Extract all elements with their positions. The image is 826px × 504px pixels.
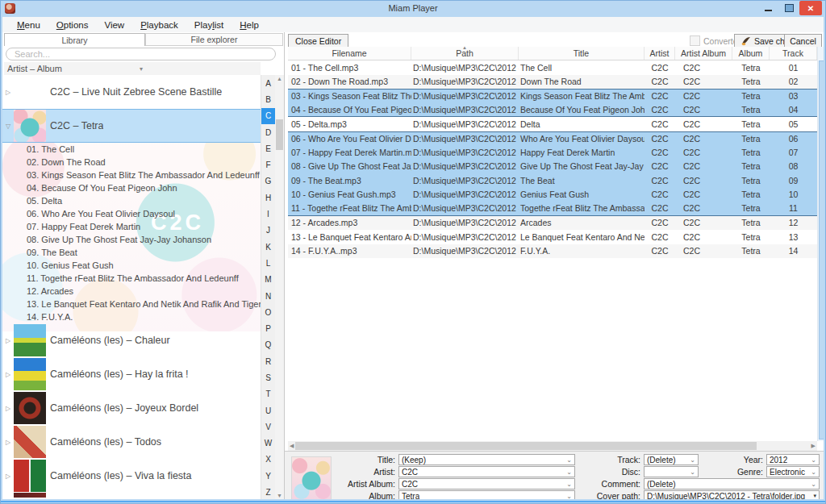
close-editor-button[interactable]: Close Editor: [288, 34, 348, 48]
expand-icon[interactable]: ▷: [2, 371, 14, 378]
genre-combo[interactable]: Electronic⌄: [766, 466, 820, 477]
table-vertical-scrollbar[interactable]: [817, 47, 824, 441]
letter-p[interactable]: P: [261, 320, 275, 336]
letter-m[interactable]: M: [261, 272, 275, 288]
menu-options[interactable]: Options: [48, 20, 97, 30]
track-item[interactable]: 09. The Beat: [2, 246, 261, 259]
maximize-button[interactable]: [778, 1, 799, 15]
search-input[interactable]: [6, 48, 276, 60]
sidebar-scrollbar[interactable]: ▲ ▼: [275, 75, 284, 499]
tab-library[interactable]: Library: [4, 33, 145, 46]
menu-help[interactable]: Help: [232, 20, 267, 30]
letter-r[interactable]: R: [261, 353, 275, 369]
scroll-right-icon[interactable]: ▶: [811, 443, 816, 449]
track-item[interactable]: 13. Le Banquet Feat Kentaro And Netik An…: [2, 298, 261, 310]
expand-icon[interactable]: ▷: [2, 473, 14, 480]
table-row[interactable]: 02 - Down The Road.mp3D:\Musique\MP3\C2C…: [288, 75, 817, 90]
letter-w[interactable]: W: [261, 435, 275, 452]
letter-x[interactable]: X: [261, 452, 275, 468]
album-c2c-tetra[interactable]: ▽C2C – Tetra: [2, 109, 261, 143]
table-row[interactable]: 07 - Happy Feat Derek Martin.mp3D:\Musiq…: [288, 145, 817, 160]
letter-j[interactable]: J: [261, 223, 275, 239]
scrollbar-thumb[interactable]: [276, 119, 283, 150]
table-row[interactable]: 06 - Who Are You Feat Olivier Daysoul.mp…: [288, 131, 817, 146]
column-header-album[interactable]: Album: [732, 47, 770, 60]
scrollbar-thumb[interactable]: [819, 60, 824, 439]
table-row[interactable]: 13 - Le Banquet Feat Kentaro And Netik .…: [288, 230, 817, 244]
cover-art-thumbnail[interactable]: [291, 456, 332, 499]
letter-c[interactable]: C: [261, 108, 275, 124]
close-button[interactable]: ✕: [799, 1, 822, 15]
letter-l[interactable]: L: [261, 255, 275, 271]
track-item[interactable]: 04. Because Of You Feat Pigeon John: [2, 181, 261, 194]
minimize-button[interactable]: [757, 1, 778, 15]
track-combo[interactable]: (Delete)⌄: [644, 454, 699, 465]
letter-y[interactable]: Y: [261, 468, 275, 484]
album-cam-l-ons-les-hay-la-frita[interactable]: ▷Caméléons (les) – Hay la frita !: [2, 357, 261, 391]
menu-playback[interactable]: Playback: [132, 20, 186, 30]
letter-v[interactable]: V: [261, 419, 275, 435]
column-header-artist-album[interactable]: Artist Album: [675, 47, 732, 60]
letter-f[interactable]: F: [261, 156, 275, 173]
table-row[interactable]: 08 - Give Up The Ghost Feat Jay-Jay Joha…: [288, 160, 817, 174]
track-item[interactable]: 07. Happy Feat Derek Martin: [2, 220, 261, 233]
expand-icon[interactable]: ▷: [2, 405, 14, 412]
album-combo[interactable]: Tetra⌄: [398, 490, 575, 499]
table-row[interactable]: 09 - The Beat.mp3D:\Musique\MP3\C2C\2012…: [288, 173, 817, 188]
letter-a[interactable]: A: [261, 75, 275, 91]
table-row[interactable]: 05 - Delta.mp3D:\Musique\MP3\C2C\2012 - …: [288, 117, 817, 131]
table-row[interactable]: 11 - Togethe rFeat Blitz The Ambassador …: [288, 202, 817, 216]
track-item[interactable]: 10. Genius Feat Gush: [2, 259, 261, 272]
tab-file-explorer[interactable]: File explorer: [145, 33, 283, 46]
track-item[interactable]: 02. Down The Road: [2, 156, 261, 169]
album-c2c-live-nuit-zebree-scene-bastille[interactable]: ▷C2C – Live Nuit Zebree Scene Bastille: [2, 75, 261, 109]
year-combo[interactable]: 2012⌄: [766, 454, 820, 465]
table-row[interactable]: 12 - Arcades.mp3D:\Musique\MP3\C2C\2012 …: [288, 216, 817, 231]
track-item[interactable]: 14. F.U.Y.A.: [2, 310, 261, 323]
expand-icon[interactable]: ▷: [2, 337, 14, 344]
letter-t[interactable]: T: [261, 386, 275, 402]
library-sort-dropdown[interactable]: Artist – Album ▾: [4, 62, 261, 75]
letter-n[interactable]: N: [261, 288, 275, 304]
letter-k[interactable]: K: [261, 239, 275, 255]
letter-b[interactable]: B: [261, 91, 275, 107]
track-item[interactable]: 11. Togethe rFeat Blitz The Ambassador A…: [2, 272, 261, 285]
track-item[interactable]: 12. Arcades: [2, 285, 261, 298]
column-header-track[interactable]: Track: [770, 47, 817, 60]
comment-combo[interactable]: (Delete)⌄: [644, 478, 820, 489]
table-horizontal-scrollbar[interactable]: ◀ ▶: [288, 441, 817, 451]
scroll-left-icon[interactable]: ◀: [290, 443, 294, 449]
table-row[interactable]: 04 - Because Of You Feat Pigeon John.mp3…: [288, 103, 817, 118]
letter-i[interactable]: I: [261, 206, 275, 222]
collapse-icon[interactable]: ▽: [2, 123, 14, 130]
album-cam-l-ons-les-chaleur[interactable]: ▷Caméléons (les) – Chaleur: [2, 323, 261, 357]
letter-u[interactable]: U: [261, 402, 275, 419]
album-cam-l-ons-les-todos[interactable]: ▷Caméléons (les) – Todos: [2, 425, 261, 459]
title-bar[interactable]: Miam Player ✕: [1, 1, 825, 17]
disc-combo[interactable]: ⌄: [644, 466, 699, 477]
column-header-artist[interactable]: Artist: [645, 47, 675, 60]
expand-icon[interactable]: ▷: [2, 439, 14, 446]
menu-menu[interactable]: Menu: [9, 20, 48, 30]
album-cam-l-ons-les-joyeux-bordel[interactable]: ▷Caméléons (les) – Joyeux Bordel: [2, 391, 261, 425]
letter-h[interactable]: H: [261, 190, 275, 206]
expand-icon[interactable]: ▷: [2, 89, 14, 96]
album-cam-l-ons-les-viva-la-fiesta[interactable]: ▷Caméléons (les) – Viva la fiesta: [2, 459, 261, 493]
scrollbar-thumb[interactable]: [295, 442, 757, 450]
table-row[interactable]: 10 - Genius Feat Gush.mp3D:\Musique\MP3\…: [288, 188, 817, 202]
track-item[interactable]: 03. Kings Season Feat Blitz The Ambassad…: [2, 169, 261, 181]
scroll-up-icon[interactable]: ▲: [275, 76, 284, 81]
artist-album-combo[interactable]: C2C⌄: [398, 478, 575, 489]
letter-q[interactable]: Q: [261, 337, 275, 353]
table-row[interactable]: 14 - F.U.Y.A..mp3D:\Musique\MP3\C2C\2012…: [288, 244, 817, 259]
column-header-path[interactable]: Path▲: [411, 47, 519, 60]
letter-e[interactable]: E: [261, 140, 275, 156]
letter-g[interactable]: G: [261, 173, 275, 190]
track-item[interactable]: 06. Who Are You Feat Olivier Daysoul: [2, 207, 261, 220]
letter-d[interactable]: D: [261, 124, 275, 140]
track-item[interactable]: 05. Delta: [2, 194, 261, 207]
column-header-filename[interactable]: Filename: [288, 47, 411, 60]
table-row[interactable]: 03 - Kings Season Feat Blitz The Ambassa…: [288, 89, 817, 103]
title-combo[interactable]: (Keep)⌄: [398, 454, 575, 465]
menu-playlist[interactable]: Playlist: [186, 20, 232, 30]
